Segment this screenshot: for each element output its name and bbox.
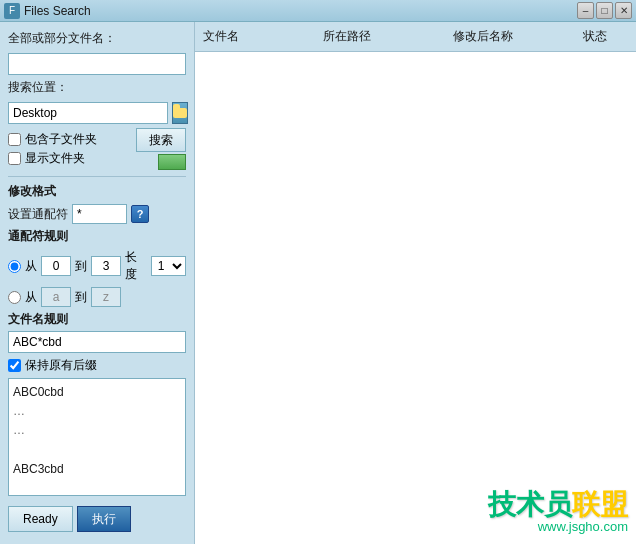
left-panel: 全部或部分文件名： 搜索位置： 包含子文件夹 显示文件夹 xyxy=(0,22,195,544)
range2-from-input[interactable] xyxy=(41,287,71,307)
help-button[interactable]: ? xyxy=(131,205,149,223)
maximize-button[interactable]: □ xyxy=(596,2,613,19)
filename-rule-section: 文件名规则 xyxy=(8,311,186,353)
filename-label: 全部或部分文件名： xyxy=(8,30,186,47)
wildcard-input[interactable] xyxy=(72,204,127,224)
search-location-label: 搜索位置： xyxy=(8,79,186,96)
range1-from-input[interactable] xyxy=(41,256,71,276)
search-button[interactable]: 搜索 xyxy=(136,128,186,152)
range1-to-input[interactable] xyxy=(91,256,121,276)
col-path-header: 所在路径 xyxy=(323,26,453,47)
include-subfolders-row[interactable]: 包含子文件夹 xyxy=(8,131,97,148)
preview-line-3: … xyxy=(13,421,181,440)
range2-radio[interactable] xyxy=(8,291,21,304)
execute-button[interactable]: 执行 xyxy=(77,506,131,532)
range2-row: 从 到 xyxy=(8,287,186,307)
folder-icon xyxy=(173,108,187,118)
small-green-button[interactable] xyxy=(158,154,186,170)
filename-input[interactable] xyxy=(8,53,186,75)
preview-line-4 xyxy=(13,441,181,460)
watermark-brand-part1: 技术员 xyxy=(488,489,572,520)
include-subfolders-label: 包含子文件夹 xyxy=(25,131,97,148)
range1-row: 从 到 长度 1 2 3 xyxy=(8,249,186,283)
wildcard-rule-section: 通配符规则 从 到 长度 1 2 3 从 到 xyxy=(8,228,186,307)
filename-rule-title: 文件名规则 xyxy=(8,311,186,328)
right-panel-header: 文件名 所在路径 修改后名称 状态 xyxy=(195,22,636,52)
from-label2: 从 xyxy=(25,289,37,306)
range2-to-input[interactable] xyxy=(91,287,121,307)
wildcard-row: 设置通配符 ? xyxy=(8,204,186,224)
bottom-buttons: Ready 执行 xyxy=(8,500,186,536)
ready-button[interactable]: Ready xyxy=(8,506,73,532)
range1-radio[interactable] xyxy=(8,260,21,273)
to-label1: 到 xyxy=(75,258,87,275)
divider1 xyxy=(8,176,186,177)
title-bar-left: F Files Search xyxy=(4,3,91,19)
length-select[interactable]: 1 2 3 xyxy=(151,256,186,276)
length-label: 长度 xyxy=(125,249,147,283)
wildcard-rule-title: 通配符规则 xyxy=(8,228,186,245)
watermark-brand: 技术员联盟 xyxy=(488,491,628,519)
preview-line-1: ABC0cbd xyxy=(13,383,181,402)
watermark-url: www.jsgho.com xyxy=(538,519,628,534)
app-title: Files Search xyxy=(24,4,91,18)
watermark: 技术员联盟 www.jsgho.com xyxy=(488,491,628,534)
modify-format-title: 修改格式 xyxy=(8,183,186,200)
main-container: 全部或部分文件名： 搜索位置： 包含子文件夹 显示文件夹 xyxy=(0,22,636,544)
minimize-button[interactable]: – xyxy=(577,2,594,19)
col-rename-header: 修改后名称 xyxy=(453,26,583,47)
col-status-header: 状态 xyxy=(583,26,628,47)
title-buttons: – □ ✕ xyxy=(577,2,632,19)
filename-rule-input[interactable] xyxy=(8,331,186,353)
keep-suffix-checkbox[interactable] xyxy=(8,359,21,372)
show-folders-label: 显示文件夹 xyxy=(25,150,85,167)
watermark-brand-part2: 联盟 xyxy=(572,489,628,520)
checkboxes: 包含子文件夹 显示文件夹 xyxy=(8,131,97,167)
title-bar: F Files Search – □ ✕ xyxy=(0,0,636,22)
to-label2: 到 xyxy=(75,289,87,306)
app-icon: F xyxy=(4,3,20,19)
include-subfolders-checkbox[interactable] xyxy=(8,133,21,146)
close-button[interactable]: ✕ xyxy=(615,2,632,19)
checkbox-search-row: 包含子文件夹 显示文件夹 搜索 xyxy=(8,128,186,170)
preview-box: ABC0cbd … … ABC3cbd xyxy=(8,378,186,496)
search-location-row xyxy=(8,102,186,124)
search-location-input[interactable] xyxy=(8,102,168,124)
right-panel-content: 技术员联盟 www.jsgho.com xyxy=(195,52,636,544)
wildcard-label: 设置通配符 xyxy=(8,206,68,223)
from-label1: 从 xyxy=(25,258,37,275)
preview-line-5: ABC3cbd xyxy=(13,460,181,479)
modify-format-section: 修改格式 设置通配符 ? xyxy=(8,183,186,224)
keep-suffix-label: 保持原有后缀 xyxy=(25,357,97,374)
show-folders-checkbox[interactable] xyxy=(8,152,21,165)
show-folders-row[interactable]: 显示文件夹 xyxy=(8,150,97,167)
browse-folder-button[interactable] xyxy=(172,102,188,124)
right-panel: 文件名 所在路径 修改后名称 状态 技术员联盟 www.jsgho.com xyxy=(195,22,636,544)
search-btn-area: 搜索 xyxy=(136,128,186,170)
checkbox-section: 包含子文件夹 显示文件夹 搜索 xyxy=(8,128,186,170)
keep-suffix-row[interactable]: 保持原有后缀 xyxy=(8,357,186,374)
preview-line-2: … xyxy=(13,402,181,421)
col-filename-header: 文件名 xyxy=(203,26,323,47)
